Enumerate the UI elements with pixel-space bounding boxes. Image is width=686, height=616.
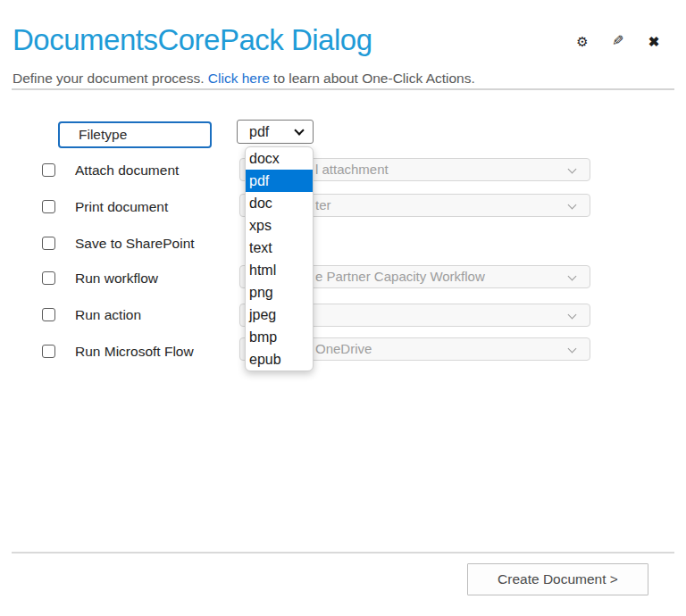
attach-document-select-value: l attachment [315,159,389,180]
chevron-down-icon [568,272,577,281]
run-workflow-label: Run workflow [75,271,158,286]
run-microsoft-flow-select-value: OneDrive [315,338,372,360]
attach-document-checkbox[interactable] [42,163,55,177]
filetype-selected-value: pdf [249,124,269,139]
filetype-label-box[interactable]: Filetype [58,121,212,148]
footer-divider [12,552,674,554]
run-action-checkbox[interactable] [42,308,55,321]
subtitle-prefix: Define your document process. [13,71,208,86]
save-to-sharepoint-checkbox[interactable] [42,237,55,250]
filetype-option-pdf[interactable]: pdf [246,170,313,192]
click-here-link[interactable]: Click here [208,71,270,86]
run-action-label: Run action [75,307,141,322]
run-microsoft-flow-checkbox[interactable] [42,345,55,358]
filetype-option-png[interactable]: png [246,281,313,304]
chevron-down-icon [294,125,304,135]
filetype-option-doc[interactable]: doc [246,192,313,214]
close-icon[interactable]: ✖ [645,32,663,50]
attach-document-label: Attach document [75,162,179,178]
print-document-label: Print document [75,199,168,214]
filetype-option-text[interactable]: text [246,237,313,259]
run-workflow-checkbox[interactable] [42,271,55,285]
filetype-option-docx[interactable]: docx [246,147,313,170]
filetype-option-html[interactable]: html [246,259,313,281]
chevron-down-icon [568,345,577,354]
filetype-option-jpeg[interactable]: jpeg [246,304,313,326]
chevron-down-icon [568,165,577,174]
filetype-dropdown-list: docxpdfdocxpstexthtmlpngjpegbmpepub [245,146,314,371]
subtitle-suffix: to learn about One-Click Actions. [270,71,475,86]
create-document-button[interactable]: Create Document > [467,563,648,595]
header-icon-bar: ⚙ ✎ ✖ [573,32,663,50]
edit-pencil-icon[interactable]: ✎ [609,32,627,50]
subtitle: Define your document process. Click here… [13,71,475,87]
print-document-select-value: ter [315,195,331,216]
print-document-checkbox[interactable] [42,200,55,213]
filetype-option-bmp[interactable]: bmp [246,326,313,348]
filetype-option-epub[interactable]: epub [246,348,313,370]
header-divider [12,88,674,90]
run-microsoft-flow-label: Run Microsoft Flow [75,344,194,359]
chevron-down-icon [568,311,577,320]
documentscorepack-dialog: DocumentsCorePack Dialog ⚙ ✎ ✖ Define yo… [0,0,686,616]
settings-gear-icon[interactable]: ⚙ [573,32,591,50]
run-workflow-select-value: e Partner Capacity Workflow [315,266,485,287]
chevron-down-icon [568,201,577,210]
save-to-sharepoint-label: Save to SharePoint [75,236,195,251]
filetype-select[interactable]: pdf [237,120,314,144]
page-title: DocumentsCorePack Dialog [13,23,372,57]
filetype-option-xps[interactable]: xps [246,214,313,237]
